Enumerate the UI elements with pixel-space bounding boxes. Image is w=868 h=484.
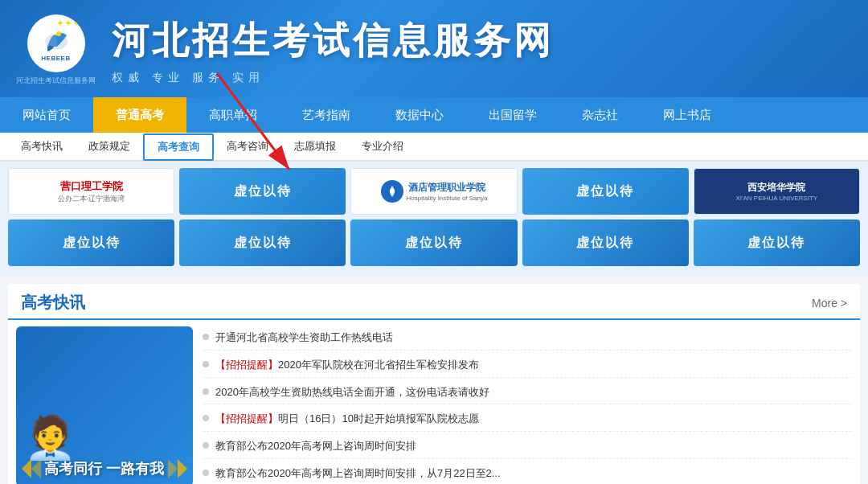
news-section: 🧑‍💼 高考同行 一路有我	[8, 320, 860, 484]
school-grid-row1: 营口理工学院 公办二本·辽宁渤海湾 虚位以待 酒店管理职业学院	[8, 168, 860, 215]
news-banner-text: 高考同行 一路有我	[44, 459, 164, 478]
xian-en: XI'AN PEIHUA UNIVERSITY	[735, 195, 817, 202]
header-title: 河北招生考试信息服务网	[112, 16, 554, 66]
school-card-jiudian[interactable]: 酒店管理职业学院 Hospitality Institute of Sanya	[350, 168, 517, 215]
nav-item-magazine[interactable]: 杂志社	[559, 97, 641, 133]
xian-name: 西安培华学院	[747, 181, 805, 195]
jiudian-name: 酒店管理职业学院 Hospitality Institute of Sanya	[407, 181, 488, 202]
school-yingkou-content: 营口理工学院 公办二本·辽宁渤海湾	[9, 169, 174, 214]
sub-nav-chaxun[interactable]: 高考查询	[143, 133, 214, 161]
school-grid-row2: 虚位以待 虚位以待 虚位以待 虚位以待 虚位以待	[8, 219, 860, 266]
news-image-area: 🧑‍💼 高考同行 一路有我	[16, 326, 193, 484]
news-text-3: 【招招提醒】明日（16日）10时起开始填报军队院校志愿	[215, 411, 479, 428]
news-text-0: 开通河北省高校学生资助工作热线电话	[215, 330, 393, 347]
placeholder-row2-2: 虚位以待	[234, 235, 292, 252]
news-bullet-2	[203, 388, 209, 395]
school-row2-1[interactable]: 虚位以待	[8, 219, 174, 266]
header: ✦✦✦ HEBEEB 河北招生考试信息服务网 河北招生考试信息服务网 权威 专业…	[0, 0, 868, 97]
news-character-icon: 🧑‍💼	[24, 416, 76, 458]
nav-item-gaokao[interactable]: 普通高考	[93, 97, 186, 133]
placeholder-text-2: 虚位以待	[576, 183, 634, 200]
svg-point-1	[56, 31, 61, 36]
news-bullet-1	[203, 361, 209, 367]
jiudian-logo-icon	[381, 180, 403, 203]
sub-nav-zixun[interactable]: 高考咨询	[214, 133, 281, 161]
sub-nav: 高考快讯 政策规定 高考查询 高考咨询 志愿填报 专业介绍	[0, 133, 868, 162]
logo-circle: ✦✦✦ HEBEEB	[27, 14, 85, 72]
sub-nav-zhiyuan[interactable]: 志愿填报	[281, 133, 349, 161]
news-highlight-3: 【招招提醒】	[215, 412, 278, 425]
news-bullet-4	[203, 442, 209, 449]
section-title: 高考快讯	[21, 292, 85, 314]
news-bullet-0	[203, 334, 209, 340]
page-wrapper: ✦✦✦ HEBEEB 河北招生考试信息服务网 河北招生考试信息服务网 权威 专业…	[0, 0, 868, 484]
yingkou-sub: 公办二本·辽宁渤海湾	[58, 194, 125, 204]
news-bullet-5	[203, 470, 209, 476]
news-text-5: 教育部公布2020年高考网上咨询周时间安排，从7月22日至2...	[215, 466, 501, 482]
sub-nav-zhengce[interactable]: 政策规定	[76, 133, 143, 161]
news-text-4: 教育部公布2020年高考网上咨询周时间安排	[215, 438, 416, 455]
placeholder-text-1: 虚位以待	[234, 183, 292, 200]
logo-area: ✦✦✦ HEBEEB 河北招生考试信息服务网	[16, 14, 96, 86]
header-slogan: 权威 专业 服务 实用	[112, 71, 554, 85]
banner-area: 营口理工学院 公办二本·辽宁渤海湾 虚位以待 酒店管理职业学院	[0, 162, 868, 276]
news-item-3[interactable]: 【招招提醒】明日（16日）10时起开始填报军队院校志愿	[203, 408, 852, 432]
school-jiudian-content: 酒店管理职业学院 Hospitality Institute of Sanya	[351, 169, 516, 214]
section-container: 高考快讯 More > 🧑‍💼 高考同行 一路有我	[8, 284, 860, 484]
school-card-placeholder-1[interactable]: 虚位以待	[179, 168, 346, 215]
school-xian-content: 西安培华学院 XI'AN PEIHUA UNIVERSITY	[698, 172, 856, 211]
placeholder-row2-5: 虚位以待	[747, 235, 805, 252]
news-item-2[interactable]: 2020年高校学生资助热线电话全面开通，这份电话表请收好	[203, 381, 852, 405]
nav-item-data[interactable]: 数据中心	[373, 97, 466, 133]
school-row2-3[interactable]: 虚位以待	[350, 219, 517, 266]
news-item-5[interactable]: 教育部公布2020年高考网上咨询周时间安排，从7月22日至2...	[203, 462, 852, 484]
triangle-right-icon	[168, 459, 187, 478]
header-text-group: 河北招生考试信息服务网 权威 专业 服务 实用	[112, 16, 554, 85]
school-row2-2[interactable]: 虚位以待	[179, 219, 346, 266]
news-item-4[interactable]: 教育部公布2020年高考网上咨询周时间安排	[203, 435, 852, 459]
news-banner-area: 高考同行 一路有我	[16, 459, 193, 478]
nav-bar: 网站首页 普通高考 高职单招 艺考指南 数据中心 出国留学 杂志社 网上书店	[0, 97, 868, 133]
news-highlight-1: 【招招提醒】	[215, 359, 278, 371]
nav-item-abroad[interactable]: 出国留学	[466, 97, 559, 133]
school-card-yingkou[interactable]: 营口理工学院 公办二本·辽宁渤海湾	[8, 168, 174, 215]
sub-nav-zhuanye[interactable]: 专业介绍	[349, 133, 416, 161]
news-text-1: 【招招提醒】2020年军队院校在河北省招生军检安排发布	[215, 357, 479, 374]
svg-point-2	[390, 189, 395, 194]
svg-marker-7	[168, 459, 178, 478]
yingkou-title: 营口理工学院	[60, 179, 123, 194]
nav-item-bookstore[interactable]: 网上书店	[641, 97, 734, 133]
school-card-xian[interactable]: 西安培华学院 XI'AN PEIHUA UNIVERSITY	[694, 168, 860, 215]
nav-item-gaozhi[interactable]: 高职单招	[186, 97, 280, 133]
svg-marker-6	[31, 459, 41, 478]
news-list: 开通河北省高校学生资助工作热线电话 【招招提醒】2020年军队院校在河北省招生军…	[203, 326, 852, 484]
nav-item-yikao[interactable]: 艺考指南	[280, 97, 373, 133]
nav-item-home[interactable]: 网站首页	[0, 97, 93, 133]
news-content-3: 明日（16日）10时起开始填报军队院校志愿	[278, 412, 479, 425]
svg-marker-5	[22, 459, 31, 478]
placeholder-row2-1: 虚位以待	[63, 235, 121, 252]
logo-text: HEBEEB	[41, 55, 70, 63]
school-row2-5[interactable]: 虚位以待	[694, 219, 860, 266]
placeholder-row2-3: 虚位以待	[405, 235, 463, 252]
school-row2-4[interactable]: 虚位以待	[522, 219, 689, 266]
section-header: 高考快讯 More >	[8, 284, 860, 320]
news-bullet-3	[203, 415, 209, 421]
sub-nav-kuaixun[interactable]: 高考快讯	[8, 133, 76, 161]
school-card-placeholder-2[interactable]: 虚位以待	[522, 168, 689, 215]
logo-subtitle: 河北招生考试信息服务网	[16, 76, 96, 86]
section-more-button[interactable]: More >	[812, 297, 847, 310]
news-text-2: 2020年高校学生资助热线电话全面开通，这份电话表请收好	[215, 384, 489, 401]
triangle-left-icon	[22, 459, 41, 478]
logo-svg	[39, 24, 73, 58]
news-item-0[interactable]: 开通河北省高校学生资助工作热线电话	[203, 326, 852, 351]
svg-marker-8	[178, 459, 187, 478]
news-content-1: 2020年军队院校在河北省招生军检安排发布	[278, 359, 479, 371]
news-item-1[interactable]: 【招招提醒】2020年军队院校在河北省招生军检安排发布	[203, 354, 852, 378]
placeholder-row2-4: 虚位以待	[576, 235, 634, 252]
